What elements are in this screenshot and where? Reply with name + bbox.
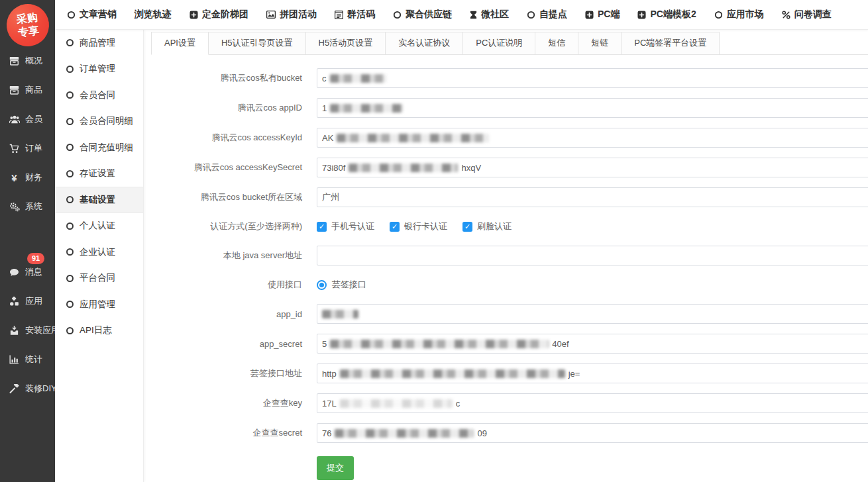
submenu-item[interactable]: 企业认证 xyxy=(55,239,143,265)
radio-yunqian-api[interactable]: 芸签接口 xyxy=(317,279,366,291)
cos-appid-input[interactable]: 1 xyxy=(317,98,868,118)
field-label: 腾讯云cos私有bucket xyxy=(151,72,317,84)
nav-item[interactable]: 群活码 xyxy=(335,9,375,21)
interface-group: 芸签接口 xyxy=(317,279,366,291)
rail-item-label: 订单 xyxy=(25,142,42,154)
circle-icon xyxy=(393,11,402,19)
app-secret-input[interactable]: 5 40ef xyxy=(317,334,868,354)
rail-item[interactable]: 会员 xyxy=(0,105,55,134)
tab[interactable]: 实名认证协议 xyxy=(386,32,463,55)
tab[interactable]: PC端签署平台设置 xyxy=(622,32,720,55)
rail-item[interactable]: 消息 91 xyxy=(0,258,55,287)
rail-item-label: 会员 xyxy=(25,113,42,125)
rail-item[interactable]: 装修DIY xyxy=(0,374,55,403)
messages-icon xyxy=(9,268,20,277)
submenu-item-label: 合同充值明细 xyxy=(80,142,133,154)
nav-item[interactable]: PC端 xyxy=(585,9,620,21)
nav-item[interactable]: 文章营销 xyxy=(67,9,117,21)
tab[interactable]: 短信 xyxy=(535,32,578,55)
circle-icon xyxy=(714,11,723,19)
circle-icon xyxy=(66,327,74,334)
checkbox-face-auth[interactable]: ✓ 刷脸认证 xyxy=(462,220,512,232)
field-label: 腾讯云cos bucket所在区域 xyxy=(151,191,317,203)
submenu-item[interactable]: API日志 xyxy=(55,318,143,344)
nav-item[interactable]: 应用市场 xyxy=(714,9,764,21)
redacted-value xyxy=(340,369,565,378)
rail-item-label: 应用 xyxy=(25,295,42,307)
submenu-item[interactable]: 会员合同明细 xyxy=(55,109,143,135)
tab[interactable]: 短链 xyxy=(578,32,622,55)
rail-item[interactable]: 订单 xyxy=(0,134,55,163)
nav-item[interactable]: 浏览轨迹 xyxy=(135,9,172,21)
rail-item[interactable]: 应用 xyxy=(0,287,55,316)
nav-item[interactable]: 拼团活动 xyxy=(266,9,317,21)
redacted-value xyxy=(330,104,403,113)
form-row-app-id: app_id xyxy=(151,304,868,324)
rail-item[interactable]: ¥ 财务 xyxy=(0,163,55,192)
cos-accesskeyid-input[interactable]: AK xyxy=(317,128,868,148)
tab[interactable]: H5活动页设置 xyxy=(306,32,386,55)
rail-item-label: 商品 xyxy=(25,84,42,96)
submenu-item[interactable]: 商品管理 xyxy=(55,30,143,56)
tab-label: 短信 xyxy=(548,38,565,48)
submenu-item[interactable]: 个人认证 xyxy=(55,213,143,240)
goods-icon xyxy=(9,85,20,95)
cos-private-bucket-input[interactable]: c xyxy=(317,68,868,88)
java-server-input[interactable] xyxy=(317,246,868,265)
form-row-auth-methods: 认证方式(至少选择两种) ✓ 手机号认证 ✓ 银行卡认证 ✓ xyxy=(151,217,868,236)
field-label: app_id xyxy=(151,309,317,319)
tab-bar: API设置 H5认证引导页设置 H5活动页设置 实名认证协议 xyxy=(151,32,868,55)
content-panel: API设置 H5认证引导页设置 H5活动页设置 实名认证协议 xyxy=(144,30,868,482)
radio-checked-icon xyxy=(317,280,327,290)
form-row-qcc-key: 企查查key 17L c xyxy=(151,393,868,413)
field-label: 腾讯云cos accessKeyId xyxy=(151,132,317,144)
yunqian-url-input[interactable]: http je= xyxy=(317,363,868,383)
submenu-item-label: 会员合同 xyxy=(80,89,115,101)
submenu-item-label: 订单管理 xyxy=(80,63,115,75)
submenu-item[interactable]: 平台合同 xyxy=(55,265,143,292)
form-row-java-server: 本地 java server地址 xyxy=(151,246,868,265)
submit-button[interactable]: 提交 xyxy=(317,456,354,480)
field-label: 使用接口 xyxy=(151,279,317,291)
icon-rail: 采购 专享 概况 商品 会员 xyxy=(0,0,55,482)
submenu-item-label: 应用管理 xyxy=(80,299,115,311)
plus-square-icon xyxy=(190,11,198,19)
app-window: 采购 专享 概况 商品 会员 xyxy=(0,0,868,482)
tab[interactable]: H5认证引导页设置 xyxy=(209,32,306,55)
circle-icon xyxy=(66,222,74,230)
qcc-secret-input[interactable]: 76 09 xyxy=(317,423,868,443)
rail-item-label: 装修DIY xyxy=(25,383,57,395)
submenu-item[interactable]: 存证设置 xyxy=(55,161,143,187)
nav-item[interactable]: 微社区 xyxy=(470,9,509,21)
nav-item[interactable]: 聚合供应链 xyxy=(393,9,452,21)
cos-region-input[interactable]: 广州 xyxy=(317,187,868,207)
nav-item[interactable]: 自提点 xyxy=(527,9,567,21)
circle-icon xyxy=(527,11,535,19)
submenu-item[interactable]: 基础设置 xyxy=(55,187,143,213)
checkbox-bankcard-auth[interactable]: ✓ 银行卡认证 xyxy=(390,220,447,232)
nav-item[interactable]: 定金阶梯团 xyxy=(190,9,248,21)
plus-square-icon xyxy=(585,11,594,19)
submenu-item[interactable]: 订单管理 xyxy=(55,56,143,83)
rail-nav: 概况 商品 会员 订单 xyxy=(0,46,55,403)
nav-item[interactable]: PC端模板2 xyxy=(637,9,696,21)
nav-item-label: 浏览轨迹 xyxy=(135,9,172,21)
rail-item[interactable]: 统计 xyxy=(0,345,55,374)
submenu-item[interactable]: 会员合同 xyxy=(55,82,143,109)
qcc-key-input[interactable]: 17L c xyxy=(317,393,868,413)
tab[interactable]: API设置 xyxy=(151,32,209,55)
cos-accesskeysecret-input[interactable]: 73i80f hxqV xyxy=(317,158,868,177)
nav-item[interactable]: 问卷调查 xyxy=(782,9,832,21)
rail-item[interactable]: 系统 xyxy=(0,192,55,221)
tab[interactable]: PC认证说明 xyxy=(463,32,535,55)
rail-item[interactable]: 安装应用 xyxy=(0,316,55,345)
checkbox-phone-auth[interactable]: ✓ 手机号认证 xyxy=(317,220,374,232)
nav-item-label: 拼团活动 xyxy=(280,9,317,21)
brand-logo[interactable]: 采购 专享 xyxy=(4,1,51,48)
submenu-item[interactable]: 合同充值明细 xyxy=(55,134,143,161)
rail-item[interactable]: 商品 xyxy=(0,75,55,105)
rail-item[interactable]: 概况 xyxy=(0,46,55,75)
submenu-item[interactable]: 应用管理 xyxy=(55,291,143,318)
submenu-item-label: 商品管理 xyxy=(80,37,115,49)
app-id-input[interactable] xyxy=(317,304,868,324)
